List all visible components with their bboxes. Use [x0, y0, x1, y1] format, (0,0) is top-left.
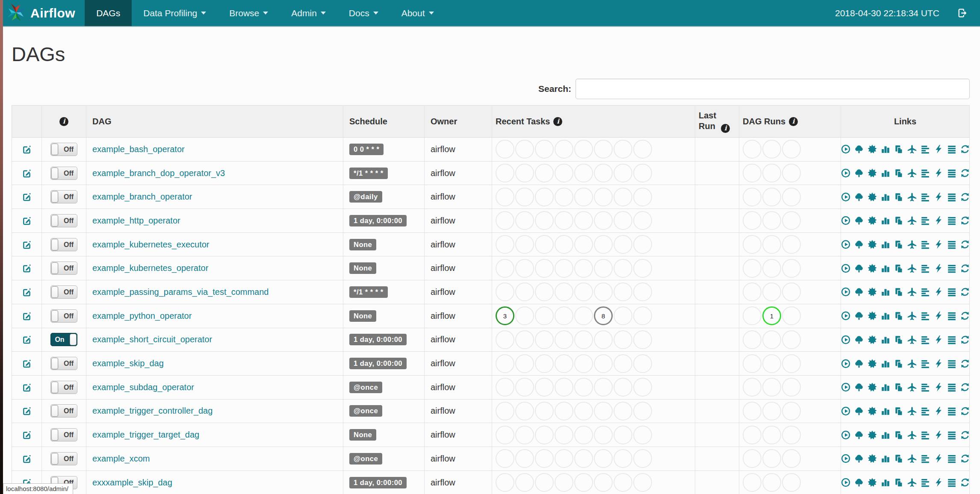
gantt-view-icon[interactable] — [921, 454, 930, 463]
trigger-dag-icon[interactable] — [841, 264, 850, 273]
info-icon[interactable] — [59, 117, 68, 126]
dag-run-circle[interactable] — [743, 378, 762, 397]
dag-link[interactable]: example_skip_dag — [92, 359, 164, 368]
code-view-icon[interactable] — [934, 406, 943, 416]
refresh-icon[interactable] — [960, 406, 970, 416]
code-view-icon[interactable] — [934, 144, 943, 154]
dag-link[interactable]: example_bash_operator — [92, 144, 185, 154]
code-view-icon[interactable] — [934, 168, 943, 178]
refresh-icon[interactable] — [960, 168, 970, 178]
dag-run-circle[interactable] — [762, 473, 781, 492]
edit-dag-icon[interactable] — [21, 144, 32, 155]
dag-pause-toggle[interactable]: Off — [50, 238, 77, 251]
task-state-circle[interactable] — [574, 235, 593, 254]
landing-times-icon[interactable] — [907, 382, 917, 392]
schedule-badge[interactable]: None — [349, 429, 376, 441]
code-view-icon[interactable] — [934, 382, 943, 392]
refresh-icon[interactable] — [960, 359, 970, 368]
code-view-icon[interactable] — [934, 454, 943, 463]
task-state-circle[interactable] — [555, 426, 573, 444]
landing-times-icon[interactable] — [907, 311, 917, 321]
trigger-dag-icon[interactable] — [841, 335, 850, 344]
logs-icon[interactable] — [947, 240, 956, 249]
task-duration-icon[interactable] — [881, 406, 890, 416]
task-state-circle[interactable] — [515, 449, 534, 468]
logs-icon[interactable] — [947, 192, 956, 202]
task-state-circle[interactable] — [496, 330, 514, 349]
dag-run-circle[interactable] — [782, 306, 801, 325]
task-state-circle[interactable] — [535, 402, 554, 420]
task-tries-icon[interactable] — [894, 264, 903, 273]
landing-times-icon[interactable] — [907, 216, 917, 225]
task-state-circle[interactable] — [633, 306, 652, 325]
dag-run-circle[interactable] — [782, 164, 801, 182]
task-state-circle[interactable] — [535, 282, 554, 301]
code-view-icon[interactable] — [934, 264, 943, 273]
task-state-circle[interactable] — [535, 330, 554, 349]
task-state-circle[interactable] — [614, 211, 632, 230]
task-state-circle[interactable] — [614, 235, 632, 254]
task-state-circle[interactable] — [574, 449, 593, 468]
task-state-circle[interactable] — [535, 164, 554, 182]
task-state-circle[interactable] — [515, 330, 534, 349]
dag-run-circle[interactable] — [743, 354, 762, 373]
task-state-circle[interactable] — [555, 378, 573, 397]
nav-item-browse[interactable]: Browse — [218, 0, 280, 26]
dag-run-circle[interactable] — [762, 259, 781, 278]
task-state-circle[interactable] — [496, 426, 514, 444]
task-state-circle[interactable] — [633, 211, 652, 230]
task-duration-icon[interactable] — [881, 144, 890, 154]
schedule-badge[interactable]: @daily — [349, 191, 382, 203]
dag-link[interactable]: example_subdag_operator — [92, 382, 194, 392]
task-state-circle[interactable] — [535, 354, 554, 373]
refresh-icon[interactable] — [960, 264, 970, 273]
tree-view-icon[interactable] — [854, 264, 864, 273]
task-state-circle[interactable] — [555, 188, 573, 206]
task-tries-icon[interactable] — [894, 406, 903, 416]
gantt-view-icon[interactable] — [921, 359, 930, 368]
task-tries-icon[interactable] — [894, 287, 903, 297]
task-state-circle[interactable] — [515, 306, 534, 325]
refresh-icon[interactable] — [960, 192, 970, 202]
nav-item-about[interactable]: About — [390, 0, 446, 26]
trigger-dag-icon[interactable] — [841, 168, 850, 178]
graph-view-icon[interactable] — [868, 240, 877, 249]
dag-run-circle[interactable] — [762, 354, 781, 373]
task-state-circle[interactable] — [496, 282, 514, 301]
dag-run-circle[interactable] — [743, 259, 762, 278]
task-state-circle[interactable] — [594, 211, 613, 230]
landing-times-icon[interactable] — [907, 335, 917, 344]
dag-run-circle[interactable] — [743, 449, 762, 468]
dag-pause-toggle[interactable]: Off — [50, 428, 77, 441]
task-state-circle[interactable] — [633, 473, 652, 492]
graph-view-icon[interactable] — [868, 406, 877, 416]
task-state-circle[interactable]: 3 — [496, 306, 514, 325]
graph-view-icon[interactable] — [868, 478, 877, 487]
search-input[interactable] — [576, 79, 970, 99]
logs-icon[interactable] — [947, 478, 956, 487]
tree-view-icon[interactable] — [854, 359, 864, 368]
schedule-badge[interactable]: */1 * * * * — [349, 168, 388, 179]
task-state-circle[interactable] — [555, 282, 573, 301]
landing-times-icon[interactable] — [907, 406, 917, 416]
task-state-circle[interactable] — [515, 259, 534, 278]
task-tries-icon[interactable] — [894, 478, 903, 487]
dag-link[interactable]: exxxample_skip_dag — [92, 478, 172, 488]
dag-run-circle[interactable] — [762, 211, 781, 230]
schedule-badge[interactable]: @once — [349, 453, 382, 465]
schedule-badge[interactable]: None — [349, 310, 376, 322]
schedule-badge[interactable]: 1 day, 0:00:00 — [349, 215, 407, 226]
logs-icon[interactable] — [947, 406, 956, 416]
graph-view-icon[interactable] — [868, 454, 877, 463]
task-state-circle[interactable] — [633, 354, 652, 373]
dag-run-circle[interactable] — [743, 282, 762, 301]
task-state-circle[interactable] — [633, 235, 652, 254]
task-tries-icon[interactable] — [894, 240, 903, 249]
tree-view-icon[interactable] — [854, 311, 864, 321]
task-state-circle[interactable] — [515, 378, 534, 397]
trigger-dag-icon[interactable] — [841, 311, 850, 321]
dag-run-circle[interactable] — [743, 188, 762, 206]
dag-run-circle[interactable] — [743, 426, 762, 444]
task-state-circle[interactable] — [633, 140, 652, 159]
task-state-circle[interactable] — [614, 306, 632, 325]
